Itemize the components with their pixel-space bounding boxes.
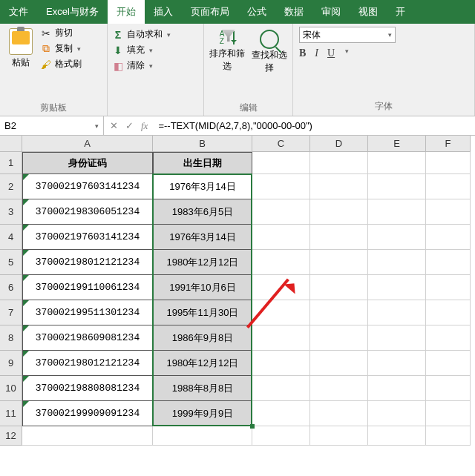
cell[interactable]	[426, 300, 471, 325]
autosum-button[interactable]: Σ自动求和▾	[112, 28, 199, 41]
menu-tab[interactable]: 插入	[145, 0, 182, 24]
cell[interactable]	[252, 250, 310, 275]
row-header[interactable]: 6	[0, 275, 22, 300]
select-all-corner[interactable]	[0, 136, 22, 152]
row-header[interactable]: 3	[0, 199, 22, 225]
column-header[interactable]: E	[368, 136, 426, 152]
cell[interactable]	[310, 225, 368, 250]
cell[interactable]: 1988年8月8日	[153, 376, 252, 401]
cell[interactable]	[310, 426, 368, 446]
column-header[interactable]: B	[153, 136, 252, 152]
cell[interactable]: 1986年9月8日	[153, 325, 252, 351]
menu-tab[interactable]: 公式	[238, 0, 275, 24]
cell[interactable]	[426, 426, 471, 446]
sort-filter-button[interactable]: 排序和筛选	[209, 30, 246, 73]
row-header[interactable]: 11	[0, 401, 22, 426]
cell[interactable]	[426, 199, 471, 225]
cell[interactable]: 1980年12月12日	[153, 351, 252, 376]
underline-button[interactable]: U	[327, 47, 335, 59]
cell[interactable]	[310, 152, 368, 174]
row-header[interactable]: 10	[0, 376, 22, 401]
enter-icon[interactable]: ✓	[125, 120, 134, 131]
cell[interactable]	[368, 401, 426, 426]
cell[interactable]	[426, 275, 471, 300]
copy-button[interactable]: ⧉复制▾	[40, 42, 82, 55]
cell[interactable]: 出生日期	[153, 152, 252, 174]
cell[interactable]: 370002197603141234	[22, 225, 153, 250]
row-header[interactable]: 1	[0, 152, 22, 174]
cut-button[interactable]: ✂剪切	[40, 27, 82, 39]
cell[interactable]: 1999年9月9日	[153, 401, 252, 426]
fx-icon[interactable]: fx	[141, 120, 148, 132]
menu-tab[interactable]: 数据	[275, 0, 312, 24]
cell[interactable]: 370002197603141234	[22, 174, 153, 199]
cell[interactable]: 370002198012121234	[22, 351, 153, 376]
cell[interactable]	[368, 152, 426, 174]
cancel-icon[interactable]: ✕	[110, 120, 118, 131]
row-header[interactable]: 5	[0, 250, 22, 275]
find-select-button[interactable]: 查找和选择	[252, 30, 289, 74]
row-header[interactable]: 8	[0, 325, 22, 351]
cell[interactable]: 1995年11月30日	[153, 300, 252, 325]
cell[interactable]	[426, 325, 471, 351]
format-painter-button[interactable]: 🖌格式刷	[40, 58, 82, 70]
cell[interactable]: 1983年6月5日	[153, 199, 252, 225]
bold-button[interactable]: B	[299, 47, 306, 59]
cell[interactable]: 370002198306051234	[22, 199, 153, 225]
column-header[interactable]: D	[310, 136, 368, 152]
cell[interactable]	[252, 351, 310, 376]
cell[interactable]	[426, 376, 471, 401]
cell[interactable]	[368, 174, 426, 199]
cell[interactable]	[310, 351, 368, 376]
row-header[interactable]: 7	[0, 300, 22, 325]
cell[interactable]: 1991年10月6日	[153, 275, 252, 300]
cell[interactable]	[310, 250, 368, 275]
cell[interactable]	[368, 426, 426, 446]
cell[interactable]	[368, 325, 426, 351]
cell[interactable]	[426, 152, 471, 174]
menu-tab[interactable]: 审阅	[312, 0, 350, 24]
cell[interactable]	[368, 225, 426, 250]
column-header[interactable]: A	[22, 136, 153, 152]
cell[interactable]: 370002199110061234	[22, 275, 153, 300]
cell[interactable]	[252, 300, 310, 325]
cell[interactable]	[252, 152, 310, 174]
cell[interactable]	[310, 275, 368, 300]
cell[interactable]	[310, 199, 368, 225]
menu-tab[interactable]: 开	[387, 0, 414, 24]
italic-button[interactable]: I	[315, 47, 318, 59]
cell[interactable]	[426, 174, 471, 199]
formula-input[interactable]: =--TEXT(MID(A2,7,8),"0000-00-00")	[154, 116, 475, 135]
name-box[interactable]: B2▾	[0, 116, 104, 135]
cell[interactable]	[368, 275, 426, 300]
cell[interactable]	[310, 401, 368, 426]
cell[interactable]: 1976年3月14日	[153, 225, 252, 250]
menu-tab[interactable]: 页面布局	[182, 0, 238, 24]
row-header[interactable]: 2	[0, 174, 22, 199]
cell[interactable]	[252, 174, 310, 199]
cell[interactable]	[252, 199, 310, 225]
cell[interactable]	[252, 376, 310, 401]
cell[interactable]	[426, 401, 471, 426]
cell[interactable]	[310, 376, 368, 401]
cell[interactable]	[252, 426, 310, 446]
cell[interactable]	[153, 426, 252, 446]
cell[interactable]	[368, 351, 426, 376]
cell[interactable]	[252, 401, 310, 426]
cell[interactable]	[310, 325, 368, 351]
cell[interactable]: 370002199909091234	[22, 401, 153, 426]
cell[interactable]	[252, 325, 310, 351]
font-name-select[interactable]: 宋体▾	[299, 27, 396, 43]
cell[interactable]: 370002198012121234	[22, 250, 153, 275]
cell[interactable]: 1980年12月12日	[153, 250, 252, 275]
paste-button[interactable]: 粘贴	[4, 27, 37, 70]
cell[interactable]	[22, 426, 153, 446]
cell[interactable]	[368, 250, 426, 275]
cell[interactable]	[426, 351, 471, 376]
cell[interactable]: 1976年3月14日	[153, 174, 252, 199]
clear-button[interactable]: ◧清除▾	[112, 59, 199, 72]
row-header[interactable]: 9	[0, 351, 22, 376]
cell[interactable]	[368, 376, 426, 401]
cell[interactable]	[368, 300, 426, 325]
fill-button[interactable]: ⬇填充▾	[112, 44, 199, 56]
